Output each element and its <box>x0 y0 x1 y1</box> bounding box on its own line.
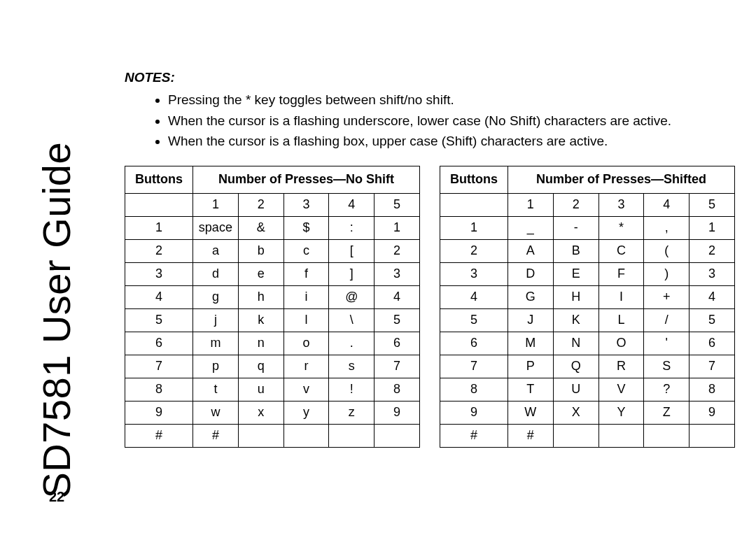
cell: 9 <box>374 401 420 424</box>
cell: h <box>238 285 284 308</box>
cell: . <box>329 332 374 355</box>
cell: # <box>507 424 553 447</box>
cell: _ <box>507 216 553 239</box>
cell: 5 <box>690 308 735 332</box>
cell: ( <box>644 239 690 262</box>
table-row: 3def]3 <box>125 262 420 285</box>
table-row: 2abc[2 <box>125 239 420 262</box>
cell: 6 <box>125 332 193 355</box>
table-row: 3DEF)3 <box>440 262 735 285</box>
cell: 4 <box>329 193 374 216</box>
cell: 4 <box>374 285 420 308</box>
notes-heading: NOTES: <box>125 70 735 85</box>
cell: 3 <box>690 262 735 285</box>
cell: 1 <box>690 216 735 239</box>
cell: m <box>192 332 238 355</box>
cell: U <box>553 378 598 401</box>
cell: 8 <box>440 378 508 401</box>
page-number: 22 <box>49 489 64 505</box>
cell: 2 <box>125 239 193 262</box>
cell: i <box>284 285 329 308</box>
cell: 3 <box>598 193 644 216</box>
table-row: 2ABC(2 <box>440 239 735 262</box>
cell: Q <box>553 355 598 378</box>
cell: o <box>284 332 329 355</box>
cell: M <box>507 332 553 355</box>
cell: 3 <box>440 262 508 285</box>
cell: c <box>284 239 329 262</box>
cell: a <box>192 239 238 262</box>
cell: O <box>598 332 644 355</box>
note-item: Pressing the * key toggles between shift… <box>168 91 728 109</box>
cell: q <box>238 355 284 378</box>
cell <box>644 424 690 447</box>
note-item: When the cursor is a flashing box, upper… <box>168 132 728 150</box>
cell: B <box>553 239 598 262</box>
cell: / <box>644 308 690 332</box>
cell: 9 <box>440 401 508 424</box>
cell: 8 <box>125 378 193 401</box>
cell: E <box>553 262 598 285</box>
cell: R <box>598 355 644 378</box>
cell: 7 <box>440 355 508 378</box>
cell: j <box>192 308 238 332</box>
cell: D <box>507 262 553 285</box>
cell: z <box>329 401 374 424</box>
cell: p <box>192 355 238 378</box>
cell: N <box>553 332 598 355</box>
cell: b <box>238 239 284 262</box>
page: SD7581 User Guide NOTES: Pressing the * … <box>0 0 756 540</box>
cell: : <box>329 216 374 239</box>
table-body-right: 1_-*,12ABC(23DEF)34GHI+45JKL/56MNO'67PQR… <box>440 216 735 447</box>
table-row: 8TUV?8 <box>440 378 735 401</box>
table-row: 4ghi@4 <box>125 285 420 308</box>
cell: V <box>598 378 644 401</box>
cell: 2 <box>553 193 598 216</box>
cell: 6 <box>440 332 508 355</box>
cell: 1 <box>125 216 193 239</box>
table-body-left: 1space&$:12abc[23def]34ghi@45jkl\56mno.6… <box>125 216 420 447</box>
cell: A <box>507 239 553 262</box>
cell: 1 <box>507 193 553 216</box>
cell: P <box>507 355 553 378</box>
cell <box>374 424 420 447</box>
cell: C <box>598 239 644 262</box>
cell: w <box>192 401 238 424</box>
cell: e <box>238 262 284 285</box>
cell: 4 <box>125 285 193 308</box>
cell: L <box>598 308 644 332</box>
cell: f <box>284 262 329 285</box>
cell: 4 <box>690 285 735 308</box>
cell <box>553 424 598 447</box>
cell: 2 <box>690 239 735 262</box>
cell: 3 <box>125 262 193 285</box>
cell: ! <box>329 378 374 401</box>
cell: S <box>644 355 690 378</box>
cell: x <box>238 401 284 424</box>
cell: k <box>238 308 284 332</box>
cell <box>440 193 508 216</box>
cell: 9 <box>690 401 735 424</box>
cell <box>125 193 193 216</box>
notes-list: Pressing the * key toggles between shift… <box>168 91 728 150</box>
tables-container: Buttons Number of Presses—No Shift 1 2 3… <box>125 166 735 448</box>
cell: 1 <box>192 193 238 216</box>
cell: 3 <box>374 262 420 285</box>
cell: F <box>598 262 644 285</box>
cell: 7 <box>125 355 193 378</box>
table-header-row: Buttons Number of Presses—Shifted <box>440 166 735 193</box>
cell: 7 <box>374 355 420 378</box>
cell: J <box>507 308 553 332</box>
table-row: 9WXYZ9 <box>440 401 735 424</box>
cell: # <box>440 424 508 447</box>
table-row: 9wxyz9 <box>125 401 420 424</box>
cell: H <box>553 285 598 308</box>
cell: # <box>192 424 238 447</box>
cell: r <box>284 355 329 378</box>
cell <box>690 424 735 447</box>
cell: I <box>598 285 644 308</box>
cell: n <box>238 332 284 355</box>
cell: space <box>192 216 238 239</box>
cell: - <box>553 216 598 239</box>
header-buttons: Buttons <box>125 166 193 193</box>
